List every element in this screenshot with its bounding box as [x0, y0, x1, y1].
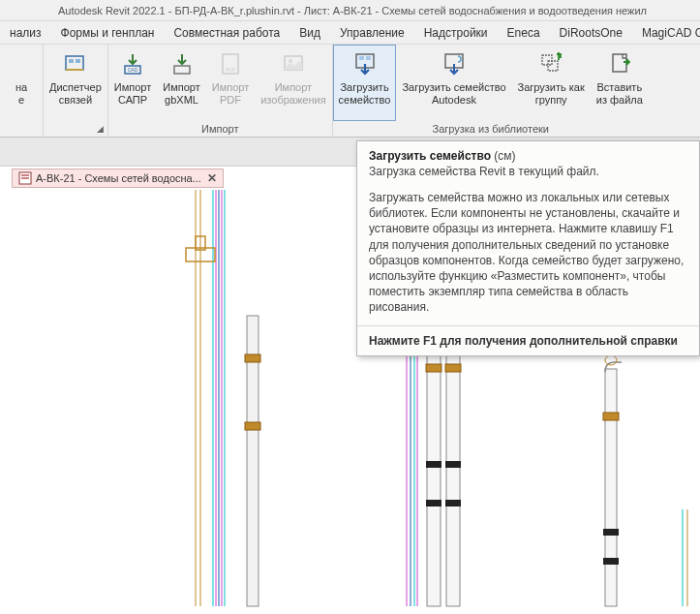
svg-rect-2: [76, 59, 80, 63]
svg-rect-47: [603, 558, 619, 565]
partial-icon: [6, 48, 37, 79]
ribbon-label: Вставить: [597, 81, 643, 94]
tooltip-title: Загрузить семейство (см): [357, 141, 699, 165]
ribbon-label: Импорт: [212, 81, 249, 94]
svg-rect-1: [69, 59, 74, 63]
menu-addins[interactable]: Надстройки: [414, 23, 498, 43]
svg-rect-43: [445, 364, 461, 372]
svg-text:CAD: CAD: [128, 67, 138, 73]
svg-rect-28: [245, 354, 260, 362]
ribbon-group-partial: на е: [0, 45, 44, 137]
ribbon-label: Загрузить как: [518, 81, 585, 94]
load-family-button[interactable]: Загрузить семейство: [333, 45, 397, 121]
ribbon-group-label: [0, 121, 43, 137]
import-image-icon: [278, 48, 309, 79]
ribbon-group-import-label: Импорт: [108, 121, 332, 137]
import-cad-button[interactable]: CAD Импорт САПР: [108, 45, 157, 121]
load-autodesk-icon: [439, 48, 470, 79]
ribbon-label: Загрузить семейство: [402, 81, 505, 94]
tooltip-body: Загружать семейства можно из локальных и…: [357, 186, 699, 325]
title-bar: Autodesk Revit 2022.1 - БП-РД-А-ВК_r.plu…: [0, 0, 700, 21]
document-tab[interactable]: А-ВК-21 - Схемы сетей водосна... ✕: [12, 169, 224, 188]
ribbon-group-import: CAD Импорт САПР Импорт gbXML PDF Импорт …: [108, 45, 333, 137]
svg-rect-29: [245, 422, 260, 430]
svg-rect-5: [174, 66, 190, 74]
load-family-icon: [350, 48, 380, 79]
sheet-icon: [18, 171, 32, 185]
menu-collab[interactable]: Совместная работа: [164, 23, 289, 43]
svg-rect-15: [548, 61, 558, 71]
document-tab-label: А-ВК-21 - Схемы сетей водосна...: [36, 172, 201, 184]
ribbon-label: gbXML: [165, 94, 198, 107]
import-cad-icon: CAD: [117, 48, 148, 79]
ribbon-label: на: [15, 81, 27, 94]
svg-rect-42: [426, 364, 441, 372]
menu-manage[interactable]: Управление: [330, 23, 414, 43]
insert-file-icon: [604, 48, 635, 79]
menu-view[interactable]: Вид: [289, 23, 330, 43]
close-tab-icon[interactable]: ✕: [207, 171, 217, 185]
ribbon-label: Импорт: [275, 81, 312, 94]
load-autodesk-family-button[interactable]: Загрузить семейство Autodesk: [396, 45, 511, 121]
svg-point-9: [289, 59, 292, 63]
tooltip: Загрузить семейство (см) Загрузка семейс…: [356, 140, 700, 356]
svg-rect-14: [542, 55, 552, 65]
ribbon-btn-partial[interactable]: на е: [0, 45, 43, 121]
import-image-button: Импорт изображения: [255, 45, 331, 121]
ribbon-label: Загрузить: [340, 81, 388, 94]
ribbon-group-label: ◢: [44, 121, 107, 137]
ribbon-label: е: [18, 94, 24, 107]
svg-text:PDF: PDF: [226, 67, 235, 73]
menu-eneca[interactable]: Eneca: [498, 23, 550, 43]
ribbon-label: изображения: [260, 94, 325, 107]
ribbon-group-library-label: Загрузка из библиотеки: [333, 121, 649, 137]
svg-rect-37: [446, 335, 460, 606]
svg-rect-16: [613, 54, 626, 72]
svg-rect-19: [21, 177, 29, 179]
dispatcher-icon: [60, 48, 91, 79]
tooltip-footer: Нажмите F1 для получения дополнительной …: [357, 326, 699, 355]
svg-rect-11: [359, 56, 364, 60]
menu-analysis[interactable]: нализ: [0, 23, 51, 43]
svg-rect-38: [426, 461, 441, 468]
import-pdf-button: PDF Импорт PDF: [206, 45, 255, 121]
insert-from-file-button[interactable]: Вставить из файла: [591, 45, 649, 121]
load-as-group-button[interactable]: Загрузить как группу: [512, 45, 591, 121]
import-pdf-icon: PDF: [215, 48, 246, 79]
ribbon-group-links: Диспетчер связей ◢: [44, 45, 108, 137]
ribbon-label: связей: [59, 94, 92, 107]
ribbon-label: Импорт: [163, 81, 199, 94]
ribbon-label: из файла: [596, 94, 643, 107]
ribbon-label: PDF: [220, 94, 241, 107]
ribbon-label: Autodesk: [432, 94, 476, 107]
menu-magicad[interactable]: MagiCAD Общ: [632, 23, 700, 43]
menu-forms[interactable]: Формы и генплан: [51, 23, 165, 43]
window-title: Autodesk Revit 2022.1 - БП-РД-А-ВК_r.plu…: [58, 5, 647, 16]
ribbon: на е Диспетчер связей ◢ CAD Импорт: [0, 45, 700, 138]
tooltip-title-bold: Загрузить семейство: [369, 149, 491, 163]
menu-diroots[interactable]: DiRootsOne: [550, 23, 632, 43]
ribbon-label: семейство: [339, 94, 391, 107]
tooltip-title-suffix: (см): [491, 149, 516, 163]
svg-rect-12: [366, 56, 371, 60]
ribbon-label: группу: [535, 94, 567, 107]
import-gbxml-button[interactable]: Импорт gbXML: [157, 45, 205, 121]
svg-rect-41: [445, 500, 461, 507]
svg-rect-18: [21, 174, 29, 176]
tooltip-desc: Загрузка семейства Revit в текущий файл.: [357, 165, 699, 186]
svg-rect-44: [605, 369, 617, 606]
svg-rect-39: [445, 461, 461, 468]
load-group-icon: [535, 48, 566, 79]
svg-rect-46: [603, 529, 619, 536]
svg-rect-36: [427, 335, 441, 606]
ribbon-label: Диспетчер: [49, 81, 102, 94]
svg-rect-0: [66, 56, 83, 70]
import-gbxml-icon: [167, 48, 198, 79]
ribbon-label: Импорт: [114, 81, 151, 94]
menu-bar: нализ Формы и генплан Совместная работа …: [0, 21, 700, 45]
ribbon-label: САПР: [118, 94, 147, 107]
svg-point-48: [605, 355, 617, 365]
ribbon-group-library: Загрузить семейство Загрузить семейство …: [333, 45, 649, 137]
launcher-arrow-icon[interactable]: ◢: [97, 124, 104, 134]
dispatcher-links-button[interactable]: Диспетчер связей: [44, 45, 107, 121]
